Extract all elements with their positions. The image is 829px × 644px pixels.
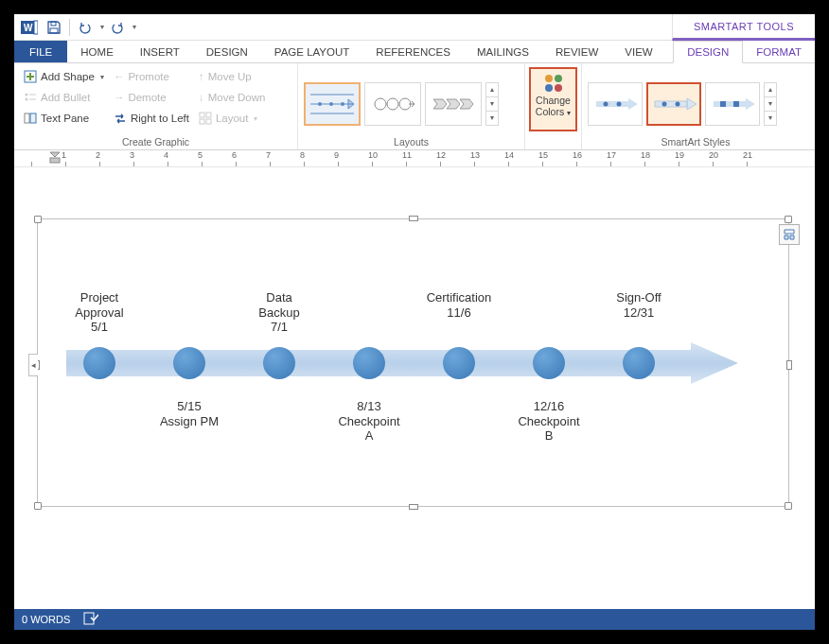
layouts-more[interactable]: ▴▾▾ bbox=[485, 82, 499, 126]
right-to-left-button[interactable]: Right to Left bbox=[110, 109, 193, 128]
tab-smartart-design[interactable]: DESIGN bbox=[673, 41, 743, 63]
promote-button: ←Promote bbox=[110, 67, 193, 86]
qat-customize[interactable]: ▾ bbox=[132, 23, 136, 31]
tab-home[interactable]: HOME bbox=[67, 41, 127, 62]
timeline-dot[interactable] bbox=[623, 347, 655, 379]
svg-point-21 bbox=[341, 102, 344, 106]
svg-rect-12 bbox=[25, 113, 29, 123]
save-button[interactable] bbox=[43, 16, 65, 39]
group-layouts: ▴▾▾ Layouts bbox=[298, 63, 525, 149]
timeline-dot[interactable] bbox=[533, 347, 565, 379]
layout-thumb-timeline[interactable] bbox=[304, 82, 361, 126]
document-area[interactable]: ◂ ProjectApproval5/15/15Assign PMDataBac… bbox=[14, 167, 815, 609]
svg-rect-4 bbox=[50, 28, 58, 33]
svg-rect-13 bbox=[30, 113, 36, 123]
app-window: W ▾ ▾ SMARTART TOOLS FILE HOME INSERT DE… bbox=[14, 14, 815, 630]
move-down-button: ↓Move Down bbox=[195, 88, 269, 107]
milestone-label: DataBackup7/1 bbox=[232, 290, 326, 335]
layout-button: Layout▾ bbox=[195, 109, 269, 128]
svg-rect-32 bbox=[50, 158, 60, 163]
spellcheck-icon[interactable] bbox=[83, 612, 98, 627]
svg-point-19 bbox=[318, 102, 322, 106]
svg-rect-31 bbox=[733, 101, 739, 107]
add-shape-button[interactable]: Add Shape▾ bbox=[20, 67, 108, 86]
resize-handle-n[interactable] bbox=[409, 216, 418, 221]
svg-text:W: W bbox=[24, 23, 33, 33]
text-pane-button[interactable]: Text Pane bbox=[20, 109, 108, 128]
resize-handle-ne[interactable] bbox=[785, 216, 792, 223]
quick-access-toolbar: W ▾ ▾ SMARTART TOOLS bbox=[14, 14, 815, 41]
undo-dropdown[interactable]: ▾ bbox=[100, 23, 104, 31]
add-bullet-button: Add Bullet bbox=[20, 88, 108, 107]
move-up-button: ↑Move Up bbox=[195, 67, 269, 86]
ribbon-tabs: FILE HOME INSERT DESIGN PAGE LAYOUT REFE… bbox=[14, 41, 815, 63]
group-smartart-styles: ▴▾▾ SmartArt Styles bbox=[582, 63, 809, 149]
word-count[interactable]: 0 WORDS bbox=[22, 614, 70, 625]
smartart-tools-tab: SMARTART TOOLS bbox=[672, 14, 815, 41]
timeline-dot[interactable] bbox=[443, 347, 475, 379]
change-colors-button[interactable]: ChangeColors ▾ bbox=[529, 67, 577, 131]
svg-point-10 bbox=[26, 98, 28, 101]
milestone-label: Sign-Off12/31 bbox=[591, 290, 686, 320]
group-change-colors: ChangeColors ▾ bbox=[525, 63, 582, 149]
svg-point-27 bbox=[617, 101, 622, 106]
milestone-label: 5/15Assign PM bbox=[142, 399, 237, 428]
svg-point-20 bbox=[329, 102, 333, 106]
group-label: SmartArt Styles bbox=[588, 136, 803, 149]
style-thumb-3[interactable] bbox=[705, 82, 760, 126]
resize-handle-nw[interactable] bbox=[34, 216, 42, 223]
smartart-canvas[interactable]: ◂ ProjectApproval5/15/15Assign PMDataBac… bbox=[37, 218, 789, 507]
tab-smartart-format[interactable]: FORMAT bbox=[743, 41, 815, 62]
svg-rect-30 bbox=[720, 101, 726, 107]
tab-view[interactable]: VIEW bbox=[611, 41, 665, 62]
indent-marker[interactable] bbox=[48, 150, 62, 165]
milestone-label: Certification11/6 bbox=[412, 290, 506, 320]
layout-thumb-circles[interactable] bbox=[364, 82, 421, 126]
ribbon: Add Shape▾ Add Bullet Text Pane ←Promote bbox=[14, 63, 815, 150]
svg-rect-15 bbox=[206, 113, 211, 117]
svg-point-28 bbox=[662, 101, 667, 106]
tab-design[interactable]: DESIGN bbox=[193, 41, 261, 62]
timeline-dot[interactable] bbox=[173, 347, 205, 379]
svg-point-29 bbox=[676, 101, 680, 106]
svg-rect-2 bbox=[34, 21, 38, 34]
resize-handle-sw[interactable] bbox=[34, 502, 42, 510]
group-label: Layouts bbox=[304, 136, 519, 149]
svg-rect-16 bbox=[200, 119, 204, 124]
tab-page-layout[interactable]: PAGE LAYOUT bbox=[261, 41, 362, 62]
tab-references[interactable]: REFERENCES bbox=[362, 41, 464, 62]
tab-insert[interactable]: INSERT bbox=[127, 41, 193, 62]
svg-point-23 bbox=[375, 98, 386, 110]
milestone-label: ProjectApproval5/1 bbox=[52, 290, 147, 335]
svg-point-8 bbox=[26, 94, 28, 96]
svg-rect-17 bbox=[206, 119, 211, 124]
horizontal-ruler[interactable]: 123456789101112131415161718192021 bbox=[14, 150, 815, 167]
milestone-label: 12/16CheckpointB bbox=[502, 399, 596, 444]
layout-options-button[interactable] bbox=[779, 224, 800, 245]
timeline-dot[interactable] bbox=[263, 347, 295, 379]
group-label: Create Graphic bbox=[20, 136, 291, 149]
demote-button: →Demote bbox=[110, 88, 193, 107]
styles-more[interactable]: ▴▾▾ bbox=[764, 82, 777, 126]
tab-review[interactable]: REVIEW bbox=[542, 41, 611, 62]
timeline-dot[interactable] bbox=[353, 347, 385, 379]
resize-handle-se[interactable] bbox=[785, 502, 792, 510]
undo-button[interactable] bbox=[74, 16, 97, 39]
style-thumb-1[interactable] bbox=[588, 82, 643, 126]
milestone-label: 8/13CheckpointA bbox=[322, 399, 416, 444]
resize-handle-e[interactable] bbox=[786, 360, 792, 370]
text-pane-toggle[interactable]: ◂ bbox=[28, 354, 38, 376]
resize-handle-s[interactable] bbox=[409, 504, 418, 510]
svg-point-24 bbox=[387, 98, 398, 110]
style-thumb-2-selected[interactable] bbox=[646, 82, 701, 126]
group-create-graphic: Add Shape▾ Add Bullet Text Pane ←Promote bbox=[14, 63, 298, 149]
timeline-dot[interactable] bbox=[83, 347, 115, 379]
svg-point-26 bbox=[604, 101, 609, 106]
svg-rect-14 bbox=[200, 113, 204, 117]
layout-thumb-chevron[interactable] bbox=[425, 82, 482, 126]
status-bar: 0 WORDS bbox=[14, 609, 815, 630]
word-icon: W bbox=[18, 16, 41, 39]
redo-button[interactable] bbox=[106, 16, 129, 39]
tab-mailings[interactable]: MAILINGS bbox=[464, 41, 542, 62]
tab-file[interactable]: FILE bbox=[14, 41, 67, 62]
